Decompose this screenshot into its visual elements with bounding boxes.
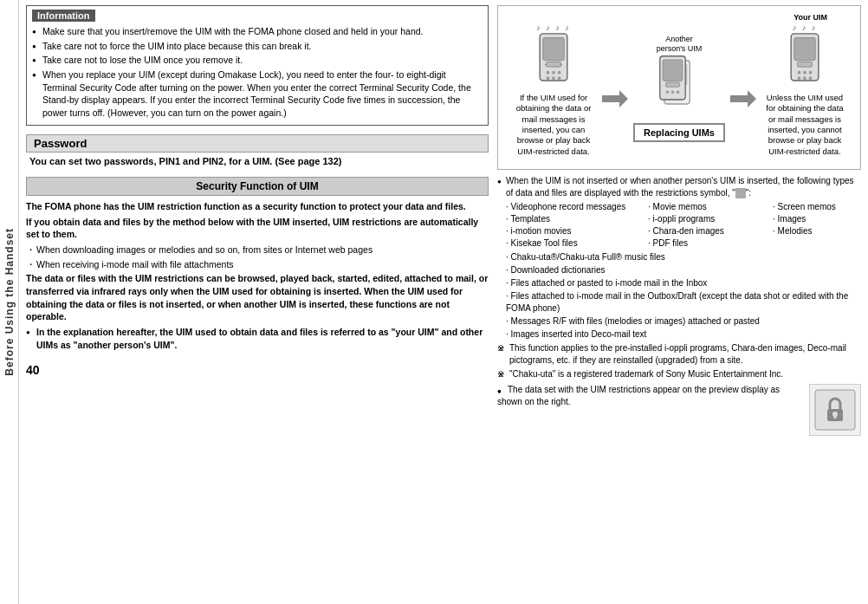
note2-text: "Chaku-uta" is a registered trademark of… bbox=[509, 369, 783, 379]
right-phone-caption: Unless the UIM used for obtaining the da… bbox=[761, 93, 848, 157]
list-item-screen: · Screen memos bbox=[773, 201, 859, 213]
preview-bullet: ● The data set with the UIM restrictions… bbox=[497, 385, 780, 406]
your-uim-label: Your UIM bbox=[794, 13, 827, 22]
svg-rect-3 bbox=[547, 62, 561, 68]
list-item-kisekae: · Kisekae Tool files bbox=[506, 237, 645, 250]
svg-point-28 bbox=[803, 76, 806, 80]
svg-rect-22 bbox=[794, 38, 815, 61]
music-notes-right: ♪ ♪ ♪ bbox=[793, 23, 818, 32]
page-number: 40 bbox=[26, 360, 489, 377]
left-phone-caption: If the UIM used for obtaining the data o… bbox=[510, 93, 597, 157]
sidebar: Before Using the Handset bbox=[0, 0, 19, 604]
security-note: In the explanation hereafter, the UIM us… bbox=[26, 326, 489, 351]
right-phone-svg bbox=[783, 32, 826, 93]
password-header: Password bbox=[26, 134, 489, 153]
list-item-deco: · Images inserted into Deco-mail text bbox=[497, 328, 861, 341]
arrow-right-1 bbox=[602, 88, 628, 109]
information-box: Information Make sure that you insert/re… bbox=[26, 5, 489, 126]
list-item-dict: · Downloaded dictionaries bbox=[497, 264, 861, 276]
svg-point-7 bbox=[547, 76, 550, 80]
list-item-movie: · Movie memos bbox=[648, 201, 769, 213]
list-item-pdf: · PDF files bbox=[648, 237, 769, 250]
list-item-outbox: · Files attached to i-mode mail in the O… bbox=[497, 290, 861, 315]
left-phone-svg bbox=[532, 32, 575, 93]
security-bullet2: When receiving i-mode mail with file att… bbox=[26, 258, 489, 271]
music-notes: ♪ ♪ ♪ ♪ bbox=[536, 23, 571, 32]
preview-text: The data set with the UIM restrictions a… bbox=[497, 385, 780, 406]
security-main-text: The data or files with the UIM restricti… bbox=[26, 272, 489, 323]
information-header: Information bbox=[32, 10, 95, 22]
list-item-videophone: · Videophone record messages bbox=[506, 201, 645, 213]
security-intro1: The FOMA phone has the UIM restriction f… bbox=[26, 200, 489, 213]
arrow-right-2 bbox=[730, 88, 756, 109]
uim-diagram: Your UIM ♪ ♪ ♪ ♪ bbox=[497, 5, 861, 170]
svg-marker-10 bbox=[602, 90, 628, 107]
sidebar-label: Before Using the Handset bbox=[3, 228, 16, 376]
another-uim-label: Anotherperson's UIM bbox=[657, 35, 703, 54]
list-item-images: · Images bbox=[773, 213, 859, 225]
svg-rect-23 bbox=[798, 62, 813, 68]
svg-point-18 bbox=[671, 91, 674, 94]
svg-point-4 bbox=[547, 71, 550, 75]
svg-point-25 bbox=[803, 71, 806, 75]
svg-point-17 bbox=[666, 91, 669, 94]
svg-point-8 bbox=[552, 76, 555, 80]
security-body: The FOMA phone has the UIM restriction f… bbox=[26, 200, 489, 352]
left-phone-box: ♪ ♪ ♪ ♪ bbox=[510, 23, 597, 157]
list-item-messages: · Messages R/F with files (melodies or i… bbox=[497, 315, 861, 328]
left-column: Information Make sure that you insert/re… bbox=[26, 5, 489, 599]
info-item-4: When you replace your UIM (except during… bbox=[32, 68, 483, 120]
info-item-2: Take care not to force the UIM into plac… bbox=[32, 40, 483, 53]
list-item-inbox: · Files attached or pasted to i-mode mai… bbox=[497, 277, 861, 289]
svg-point-6 bbox=[558, 71, 561, 75]
info-item-3: Take care not to lose the UIM once you r… bbox=[32, 54, 483, 67]
svg-point-19 bbox=[677, 91, 679, 94]
list-item-chara: · Chara-den images bbox=[648, 225, 769, 237]
note1: ※ This function applies to the pre-insta… bbox=[497, 342, 861, 367]
svg-point-29 bbox=[809, 76, 813, 80]
list-item-templates: · Templates bbox=[506, 213, 645, 225]
svg-rect-16 bbox=[666, 82, 680, 87]
security-bullet1: When downloading images or melodies and … bbox=[26, 244, 489, 257]
list-item-imotion: · i-motion movies bbox=[506, 225, 645, 237]
security-intro2: If you obtain data and files by the meth… bbox=[26, 216, 489, 241]
password-section: Password You can set two passwords, PIN1… bbox=[26, 134, 489, 166]
main-content: Information Make sure that you insert/re… bbox=[19, 0, 868, 604]
svg-rect-15 bbox=[663, 60, 683, 81]
svg-point-5 bbox=[552, 71, 555, 75]
svg-point-9 bbox=[558, 76, 561, 80]
information-list: Make sure that you insert/remove the UIM… bbox=[32, 25, 483, 120]
svg-point-24 bbox=[798, 71, 801, 75]
note2: ※ "Chaku-uta" is a registered trademark … bbox=[497, 368, 861, 380]
preview-row: ● The data set with the UIM restrictions… bbox=[497, 384, 861, 436]
when-uim-bullet: When the UIM is not inserted or when ano… bbox=[497, 175, 861, 199]
preview-lock-icon bbox=[813, 388, 857, 432]
middle-phone-box: Anotherperson's UIM bbox=[633, 35, 725, 146]
svg-rect-1 bbox=[543, 38, 564, 61]
replacing-box: Replacing UIMs bbox=[633, 123, 725, 142]
note1-text: This function applies to the pre-install… bbox=[509, 343, 846, 365]
svg-point-26 bbox=[809, 71, 813, 75]
right-content: When the UIM is not inserted or when ano… bbox=[497, 175, 861, 436]
svg-point-27 bbox=[798, 76, 801, 80]
security-header: Security Function of UIM bbox=[26, 177, 489, 196]
diagram-row: ♪ ♪ ♪ ♪ bbox=[505, 23, 853, 157]
preview-text-container: ● The data set with the UIM restrictions… bbox=[497, 384, 804, 408]
list-item-melodies: · Melodies bbox=[773, 225, 859, 237]
security-section: Security Function of UIM The FOMA phone … bbox=[26, 177, 489, 354]
right-column: Your UIM ♪ ♪ ♪ ♪ bbox=[497, 5, 861, 599]
list-item-chaku: · Chaku-uta®/Chaku-uta Full® music files bbox=[497, 251, 861, 263]
right-phone-box: ♪ ♪ ♪ Unless the UIM used f bbox=[761, 23, 848, 157]
info-item-1: Make sure that you insert/remove the UIM… bbox=[32, 25, 483, 38]
list-item-ioppli: · i-oppli programs bbox=[648, 213, 769, 225]
svg-marker-20 bbox=[730, 90, 756, 107]
svg-rect-33 bbox=[834, 415, 837, 419]
top-section: Information Make sure that you insert/re… bbox=[26, 5, 861, 599]
preview-icon bbox=[809, 384, 861, 436]
middle-phone-front bbox=[653, 55, 692, 111]
when-uim-text: When the UIM is not inserted or when ano… bbox=[506, 176, 854, 198]
password-text: You can set two passwords, PIN1 and PIN2… bbox=[26, 156, 489, 166]
